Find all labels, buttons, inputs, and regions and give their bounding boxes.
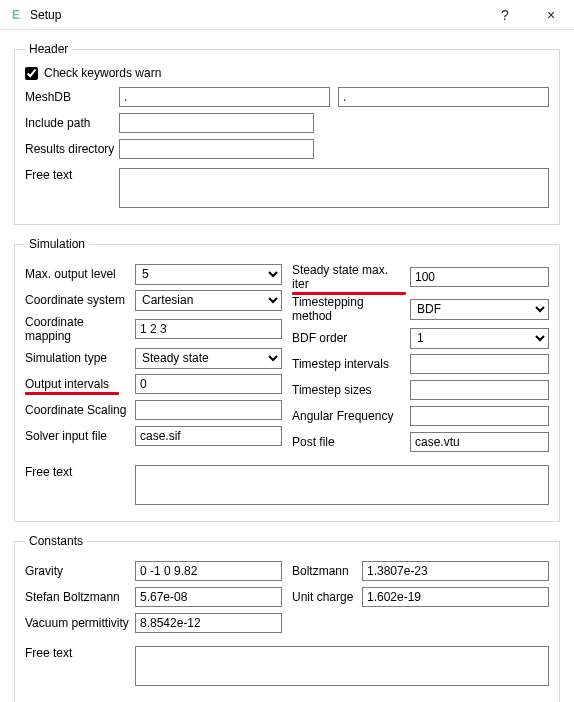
header-freetext-label: Free text [25,168,119,182]
charge-label: Unit charge [292,590,362,604]
sim-freetext-label: Free text [25,465,135,479]
include-input[interactable] [119,113,314,133]
results-label: Results directory [25,142,119,156]
ang-freq-input[interactable] [410,406,549,426]
coord-map-label: Coordinate mapping [25,315,135,343]
close-button[interactable]: × [528,0,574,30]
post-file-label: Post file [292,435,410,449]
coord-map-input[interactable] [135,319,282,339]
sb-label: Stefan Boltzmann [25,590,135,604]
sim-freetext-row: Free text [25,465,549,505]
group-constants: Constants Gravity Stefan Boltzmann Vacuu… [14,534,560,702]
check-keywords-checkbox[interactable] [25,67,38,80]
header-freetext-input[interactable] [119,168,549,208]
sim-type-select[interactable]: Steady state [135,348,282,369]
max-output-select[interactable]: 5 [135,264,282,285]
const-freetext-input[interactable] [135,646,549,686]
output-intervals-label: Output intervals [25,377,135,391]
vac-input[interactable] [135,613,282,633]
header-freetext-row: Free text [25,168,549,208]
group-constants-legend: Constants [25,534,87,548]
results-row: Results directory [25,138,549,160]
max-output-label: Max. output level [25,267,135,281]
steady-max-input[interactable] [410,267,549,287]
coord-sys-label: Coordinate system [25,293,135,307]
coord-scale-label: Coordinate Scaling [25,403,135,417]
sim-type-label: Simulation type [25,351,135,365]
output-intervals-input[interactable] [135,374,282,394]
tstep-sizes-label: Timestep sizes [292,383,410,397]
group-header: Header Check keywords warn MeshDB Includ… [14,42,560,225]
coord-scale-input[interactable] [135,400,282,420]
check-keywords-row: Check keywords warn [25,66,549,80]
meshdb-input-1[interactable] [119,87,330,107]
tstep-int-input[interactable] [410,354,549,374]
window-title: Setup [30,8,61,22]
bdf-order-label: BDF order [292,331,410,345]
help-button[interactable]: ? [482,0,528,30]
steady-max-label: Steady state max. iter [292,263,410,291]
bdf-order-select[interactable]: 1 [410,328,549,349]
group-simulation-legend: Simulation [25,237,89,251]
results-input[interactable] [119,139,314,159]
gravity-input[interactable] [135,561,282,581]
app-icon: E [8,7,24,23]
const-freetext-label: Free text [25,646,135,660]
boltz-label: Boltzmann [292,564,362,578]
coord-sys-select[interactable]: Cartesian [135,290,282,311]
include-row: Include path [25,112,549,134]
sim-freetext-input[interactable] [135,465,549,505]
ang-freq-label: Angular Frequency [292,409,410,423]
include-label: Include path [25,116,119,130]
tstep-sizes-input[interactable] [410,380,549,400]
meshdb-row: MeshDB [25,86,549,108]
const-freetext-row: Free text [25,646,549,686]
meshdb-label: MeshDB [25,90,119,104]
solver-file-label: Solver input file [25,429,135,443]
tstep-method-label: Timestepping method [292,295,410,323]
group-simulation: Simulation Max. output level 5 Coordinat… [14,237,560,522]
meshdb-input-2[interactable] [338,87,549,107]
check-keywords-label: Check keywords warn [44,66,161,80]
tstep-method-select[interactable]: BDF [410,299,549,320]
sb-input[interactable] [135,587,282,607]
group-header-legend: Header [25,42,72,56]
vac-label: Vacuum permittivity [25,616,135,630]
solver-file-input[interactable] [135,426,282,446]
gravity-label: Gravity [25,564,135,578]
title-bar: E Setup ? × [0,0,574,30]
post-file-input[interactable] [410,432,549,452]
charge-input[interactable] [362,587,549,607]
boltz-input[interactable] [362,561,549,581]
tstep-int-label: Timestep intervals [292,357,410,371]
